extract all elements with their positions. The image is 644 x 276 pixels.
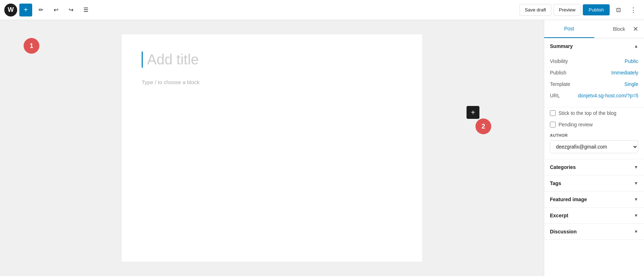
tags-chevron-icon: ▼ (634, 181, 638, 186)
ellipsis-icon: ⋮ (630, 6, 636, 14)
tags-title: Tags (550, 180, 561, 186)
stick-to-top-row: Stick to the top of the blog (544, 107, 644, 119)
more-options-button[interactable]: ⋮ (627, 4, 640, 16)
list-icon: ☰ (83, 6, 88, 13)
wp-logo[interactable]: W (4, 4, 17, 16)
toolbar: W + ✏ ↩ ↪ ☰ Save draft Preview Publish ⊡… (0, 0, 644, 20)
redo-button[interactable]: ↪ (64, 4, 77, 16)
undo-button[interactable]: ↩ (49, 4, 62, 16)
excerpt-title: Excerpt (550, 213, 568, 218)
categories-section: Categories ▼ (544, 159, 644, 175)
tags-header[interactable]: Tags ▼ (544, 175, 644, 191)
categories-chevron-icon: ▼ (634, 165, 638, 170)
settings-toggle-button[interactable]: ⊡ (612, 4, 625, 16)
author-label: AUTHOR (550, 133, 638, 137)
pending-review-label: Pending review (558, 122, 593, 127)
pending-review-checkbox[interactable] (550, 122, 556, 127)
publish-value[interactable]: Immediately (611, 70, 638, 76)
featured-image-title: Featured image (550, 197, 587, 202)
editor-content: Type / to choose a block (122, 34, 422, 262)
plus-icon: + (24, 6, 28, 14)
stick-to-top-label: Stick to the top of the blog (558, 110, 616, 116)
sidebar-tabs: Post Block ✕ (544, 20, 644, 38)
discussion-title: Discussion (550, 229, 577, 234)
block-placeholder-text: Type / to choose a block (142, 79, 402, 85)
floating-add-button[interactable]: + (467, 106, 479, 119)
discussion-chevron-icon: ▼ (634, 229, 638, 234)
excerpt-header[interactable]: Excerpt ▼ (544, 208, 644, 223)
publish-label: Publish (550, 70, 566, 76)
editor-area: 1 Type / to choose a block + 2 (0, 20, 544, 276)
categories-header[interactable]: Categories ▼ (544, 159, 644, 175)
url-value[interactable]: donjetv4.sg-host.com/?p=5 (578, 93, 639, 98)
excerpt-section: Excerpt ▼ (544, 208, 644, 224)
tab-post[interactable]: Post (544, 20, 594, 38)
toolbar-left: W + ✏ ↩ ↪ ☰ (4, 4, 518, 16)
summary-chevron-icon: ▲ (634, 44, 638, 49)
summary-section: Summary ▲ Visibility Public Publish Imme… (544, 38, 644, 107)
template-value[interactable]: Single (624, 81, 638, 87)
author-select[interactable]: deezgrafix@gmail.com (550, 140, 638, 153)
pending-review-row: Pending review (544, 119, 644, 130)
plus-icon: + (471, 108, 475, 117)
sidebar: Post Block ✕ Summary ▲ Visibility Public… (544, 20, 644, 276)
preview-button[interactable]: Preview (553, 4, 581, 16)
post-title-input[interactable] (142, 52, 402, 68)
publish-row: Publish Immediately (550, 67, 638, 78)
featured-image-chevron-icon: ▼ (634, 197, 638, 202)
excerpt-chevron-icon: ▼ (634, 213, 638, 218)
add-block-button[interactable]: + (19, 4, 32, 16)
template-label: Template (550, 81, 570, 87)
tags-section: Tags ▼ (544, 175, 644, 192)
step-1-badge: 1 (24, 38, 39, 54)
visibility-value[interactable]: Public (625, 58, 638, 64)
toolbar-right: Save draft Preview Publish ⊡ ⋮ (519, 4, 640, 16)
visibility-row: Visibility Public (550, 55, 638, 67)
visibility-label: Visibility (550, 58, 568, 64)
publish-button[interactable]: Publish (583, 4, 610, 15)
discussion-section: Discussion ▼ (544, 224, 644, 240)
list-view-button[interactable]: ☰ (79, 4, 92, 16)
sidebar-close-button[interactable]: ✕ (630, 23, 641, 35)
undo-icon: ↩ (54, 6, 58, 13)
summary-header[interactable]: Summary ▲ (544, 38, 644, 54)
main-content: 1 Type / to choose a block + 2 Post Bloc… (0, 20, 644, 276)
redo-icon: ↪ (69, 6, 73, 13)
stick-to-top-checkbox[interactable] (550, 110, 556, 116)
featured-image-section: Featured image ▼ (544, 192, 644, 208)
edit-button[interactable]: ✏ (34, 4, 47, 16)
summary-title: Summary (550, 43, 573, 49)
discussion-header[interactable]: Discussion ▼ (544, 224, 644, 239)
pencil-icon: ✏ (39, 6, 43, 13)
author-section: AUTHOR deezgrafix@gmail.com (544, 130, 644, 159)
close-icon: ✕ (633, 25, 638, 33)
featured-image-header[interactable]: Featured image ▼ (544, 192, 644, 207)
step-2-badge: 2 (475, 118, 491, 134)
save-draft-button[interactable]: Save draft (519, 4, 551, 16)
url-label: URL (550, 93, 560, 98)
summary-content: Visibility Public Publish Immediately Te… (544, 54, 644, 107)
floating-add-block: + (467, 106, 479, 119)
categories-title: Categories (550, 164, 576, 170)
settings-icon: ⊡ (616, 6, 621, 13)
url-row: URL donjetv4.sg-host.com/?p=5 (550, 90, 638, 101)
template-row: Template Single (550, 78, 638, 90)
